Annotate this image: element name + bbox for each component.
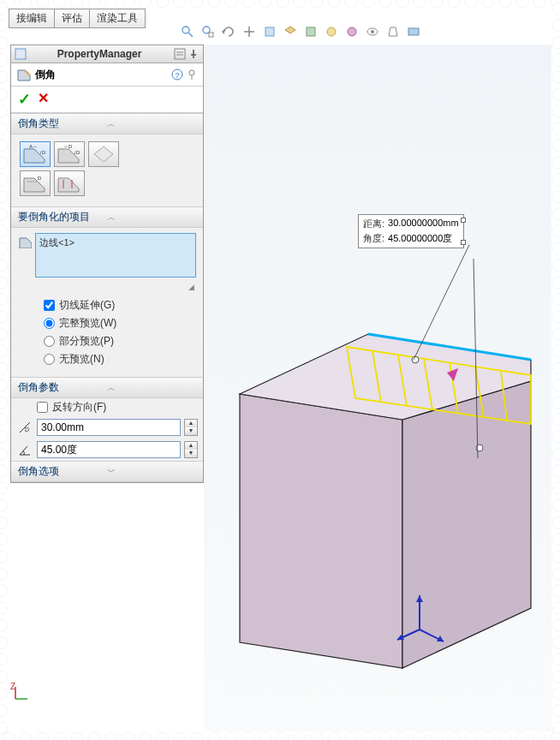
svg-point-118 [551,0,560,8]
dimension-callout[interactable]: 距离: 30.00000000mm 角度: 45.00000000度 [358,214,464,248]
svg-point-54 [3,0,15,8]
edge-item[interactable]: 边线<1> [39,236,192,249]
svg-marker-34 [20,238,32,248]
view-toolbar [180,24,421,39]
edge-select-icon[interactable] [18,235,32,248]
svg-point-72 [157,0,169,8]
tangent-propagation-checkbox[interactable] [44,300,55,311]
full-preview-option[interactable]: 完整预览(W) [18,314,196,332]
svg-point-199 [552,671,560,683]
full-preview-radio[interactable] [44,318,55,329]
chamfer-type-header[interactable]: 倒角类型 ︿ [11,113,203,134]
callout-distance-value[interactable]: 30.00000000mm [388,218,459,230]
chamfer-type-vertex[interactable] [88,141,119,167]
resize-grip-icon[interactable]: ◢ [18,283,194,291]
chamfer-type-face-face[interactable] [54,170,85,196]
svg-point-172 [0,448,8,460]
items-header[interactable]: 要倒角化的项目 ︿ [11,206,203,228]
rotate-icon[interactable] [221,24,236,39]
svg-point-137 [552,140,560,152]
model-front-face[interactable] [240,394,402,668]
appearance-icon[interactable] [344,24,360,39]
handle-icon[interactable] [412,356,419,363]
zoom-icon[interactable] [180,24,195,39]
pushpin-icon[interactable] [188,48,200,60]
svg-point-134 [0,122,8,134]
spin-up-icon[interactable]: ▲ [185,420,197,427]
ok-button[interactable]: ✓ [18,90,31,109]
svg-point-86 [277,0,289,8]
svg-point-111 [482,732,494,740]
no-preview-option[interactable]: 无预览(N) [18,350,196,368]
options-header[interactable]: 倒角选项 ﹀ [11,461,203,482]
svg-point-144 [0,208,8,220]
apply-scene-icon[interactable] [406,24,421,39]
svg-point-181 [552,516,560,528]
flip-direction-option[interactable]: 反转方向(F) [11,398,203,416]
no-preview-radio[interactable] [44,354,55,365]
tab-render[interactable]: 渲染工具 [89,9,146,28]
callout-handle-icon[interactable] [461,218,466,223]
callout-handle-icon[interactable] [461,240,466,245]
spin-down-icon[interactable]: ▼ [185,427,197,435]
svg-point-22 [189,70,194,75]
svg-point-182 [0,534,8,546]
spin-up-icon[interactable]: ▲ [185,442,197,450]
chamfer-type-angle-distance[interactable]: A↔↕D [20,141,51,167]
display-style-icon[interactable] [283,24,298,39]
model-3d[interactable] [223,231,548,677]
chamfer-type-offset-face[interactable]: D [20,170,51,196]
svg-text:↕D: ↕D [39,150,46,155]
scene-icon[interactable] [324,24,339,39]
params-header[interactable]: 倒角参数 ︿ [11,377,203,398]
svg-point-67 [105,732,117,740]
tab-evaluate[interactable]: 评估 [54,9,90,28]
svg-point-155 [552,294,560,306]
chamfer-type-distance-distance[interactable]: ↔D↕D [54,141,85,167]
spin-down-icon[interactable]: ▼ [185,450,197,457]
svg-point-90 [311,0,323,8]
chevron-up-icon: ︿ [107,212,196,224]
svg-point-141 [552,174,560,186]
tab-edit[interactable]: 接编辑 [9,9,55,28]
perspective-icon[interactable] [385,24,401,39]
svg-point-82 [242,0,254,8]
cancel-button[interactable]: ✕ [38,90,49,109]
zoom-area-icon[interactable] [200,24,216,39]
view-orient-icon[interactable] [262,24,277,39]
pan-icon[interactable] [241,24,257,39]
svg-point-129 [552,71,560,83]
angle-spinner[interactable]: ▲▼ [184,441,198,458]
model-side-face[interactable] [402,381,531,668]
callout-angle-value[interactable]: 45.00000000度 [388,232,452,245]
params-section: 倒角参数 ︿ 反转方向(F) D ▲▼ ▲▼ [11,377,203,461]
svg-point-136 [0,140,8,152]
svg-point-63 [71,732,83,740]
svg-point-127 [552,54,560,66]
svg-point-162 [0,362,8,374]
partial-preview-option[interactable]: 部分预览(P) [18,332,196,350]
svg-point-64 [88,0,100,8]
svg-point-133 [552,105,560,117]
svg-point-169 [552,414,560,426]
panel-expand-icon[interactable] [174,48,186,60]
svg-point-92 [328,0,340,8]
help-icon[interactable]: ? [171,69,183,81]
distance-spinner[interactable]: ▲▼ [184,419,198,436]
svg-point-190 [0,602,8,614]
svg-point-180 [0,516,8,528]
partial-preview-radio[interactable] [44,336,55,347]
flip-direction-checkbox[interactable] [37,402,48,413]
distance-input[interactable] [37,419,181,436]
angle-input[interactable] [37,441,181,458]
svg-point-74 [174,0,186,8]
hide-show-icon[interactable] [365,24,380,39]
svg-point-61 [54,732,66,740]
section-icon[interactable] [303,24,319,39]
edge-list[interactable]: 边线<1> [35,233,196,278]
svg-point-102 [414,0,426,8]
handle-icon[interactable] [476,445,483,451]
svg-point-60 [54,0,66,8]
pin-icon[interactable] [186,69,198,81]
tangent-propagation-option[interactable]: 切线延伸(G) [18,296,196,314]
